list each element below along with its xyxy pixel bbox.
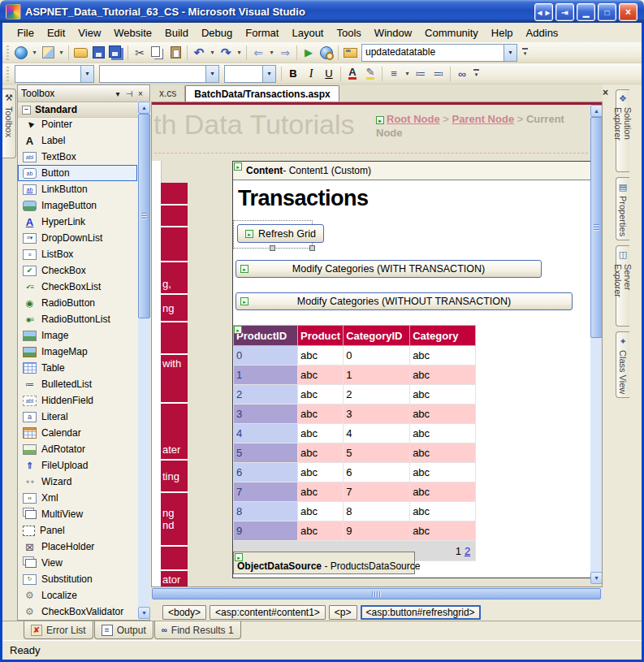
toolbox-item-hiddenfield[interactable]: ablHiddenField (18, 392, 137, 409)
nav-item[interactable]: ng nd (161, 493, 188, 547)
objectdatasource-control[interactable]: ▸ ObjectDataSource - ProductsDataSource (233, 552, 415, 574)
nav-item[interactable]: with (161, 355, 188, 404)
toolbox-item-table[interactable]: Table (18, 360, 137, 376)
view-in-browser-icon[interactable] (318, 44, 335, 62)
scrollbar-thumb[interactable] (590, 117, 603, 338)
scroll-down-icon[interactable]: ▼ (590, 572, 603, 584)
navigate-forward-icon[interactable]: ⇒ (276, 44, 294, 62)
navigate-backward-icon[interactable]: ⇐ (249, 44, 267, 62)
menu-debug[interactable]: Debug (195, 25, 239, 41)
tag-navigator-asp-button-refreshgrid[interactable]: <asp:button#refreshgrid> (361, 605, 481, 620)
nav-item[interactable]: ting (161, 461, 188, 493)
combo-dropdown-icon[interactable]: ▾ (205, 66, 218, 82)
alignment-icon[interactable]: ≡ (385, 65, 403, 83)
toolbox-item-checkboxvalidator[interactable]: ⚙CheckBoxValidator (18, 604, 137, 620)
italic-icon[interactable]: I (302, 65, 320, 83)
scrollbar-thumb[interactable] (138, 114, 150, 318)
grid-column-header[interactable]: CategoryID (344, 326, 410, 346)
toolbox-item-label[interactable]: ALabel (18, 132, 137, 149)
block-format-combo[interactable]: ▾ (15, 65, 94, 83)
breadcrumb-link[interactable]: Root Node (387, 113, 440, 125)
toolbar-overflow-icon[interactable]: ▾ (520, 44, 530, 62)
scrollbar-thumb[interactable] (152, 588, 601, 599)
numbered-list-icon[interactable]: ≕ (430, 65, 447, 83)
dropdown-arrow-icon[interactable]: ▾ (403, 65, 412, 83)
close-button[interactable]: × (619, 3, 638, 21)
menu-view[interactable]: View (71, 25, 107, 41)
grid-column-header[interactable]: Category (410, 326, 476, 346)
maximize-button[interactable]: □ (598, 3, 616, 21)
toolbox-scrollbar[interactable]: ▲ ▼ (138, 102, 150, 619)
nav-item[interactable] (161, 322, 188, 355)
toolbox-item-pointer[interactable]: ▶Pointer (18, 116, 137, 132)
menu-layout[interactable]: Layout (285, 25, 330, 41)
toolbox-item-localize[interactable]: ⚙Localize (18, 587, 137, 604)
toolbox-autohide-tab[interactable]: ⚒ Toolbox (2, 89, 16, 158)
toolbox-item-adrotator[interactable]: AdRotator (18, 441, 137, 457)
tab-properties[interactable]: ▤Properties (616, 177, 629, 240)
combo-dropdown-icon[interactable]: ▾ (262, 66, 275, 82)
toolbox-item-placeholder[interactable]: ⊠PlaceHolder (18, 539, 137, 555)
gridview-control[interactable]: ▸ ProductIDProductCategoryIDCategory 0ab… (233, 325, 476, 561)
dropdown-arrow-icon[interactable]: ▾ (30, 44, 39, 62)
font-name-combo[interactable]: ▾ (99, 65, 219, 83)
close-icon[interactable]: × (135, 89, 146, 98)
modify-without-transaction-button[interactable]: ▸ Modify Categories (WITHOUT TRANSACTION… (236, 292, 573, 310)
tag-navigator-body[interactable]: <body> (162, 605, 206, 620)
toolbox-item-checkbox[interactable]: ✔CheckBox (18, 262, 137, 279)
smart-tag-glyph-icon[interactable]: ▸ (376, 116, 384, 124)
design-vertical-scrollbar[interactable]: ▲ ▼ (590, 105, 603, 584)
toolbox-item-fileupload[interactable]: ⇑FileUpload (18, 457, 137, 474)
smart-tag-glyph-icon[interactable]: ▸ (234, 162, 242, 171)
menu-build[interactable]: Build (158, 25, 195, 41)
document-close-icon[interactable]: × (599, 87, 612, 99)
editor-tab-x-cs[interactable]: x.cs (151, 85, 185, 102)
smart-tag-glyph-icon[interactable]: ▸ (240, 297, 249, 305)
tag-navigator-asp-content-content1[interactable]: <asp:content#content1> (210, 605, 326, 620)
toolbox-item-panel[interactable]: Panel (18, 522, 137, 539)
modify-with-transaction-button[interactable]: ▸ Modify Categories (WITH TRANSACTION) (236, 260, 542, 278)
tab-find-results-1[interactable]: ∞Find Results 1 (154, 621, 241, 639)
refresh-grid-button[interactable]: ▸ Refresh Grid (237, 224, 324, 243)
menu-edit[interactable]: Edit (41, 25, 71, 41)
resize-handle[interactable] (309, 245, 315, 251)
toolbox-item-checkboxlist[interactable]: ✔≡CheckBoxList (18, 279, 137, 295)
design-horizontal-scrollbar[interactable] (151, 587, 603, 600)
toolbox-item-hyperlink[interactable]: AHyperLink (18, 214, 137, 230)
toolbar-overflow-icon[interactable]: ▾ (471, 65, 482, 83)
hyperlink-icon[interactable]: ∞ (453, 65, 471, 83)
title-bar[interactable]: ASPNET_Data_Tutorial_63_CS - Microsoft V… (0, 0, 644, 23)
scroll-down-icon[interactable]: ▼ (138, 607, 150, 619)
smart-tag-glyph-icon[interactable]: ▸ (245, 230, 253, 238)
save-all-icon[interactable] (107, 44, 125, 62)
font-color-icon[interactable]: A (344, 65, 361, 83)
design-surface[interactable]: th Data Tutorials ▸Root Node > Parent No… (151, 102, 603, 587)
chevron-down-icon[interactable]: ▾ (112, 89, 123, 98)
smart-tag-glyph-icon[interactable]: ▸ (240, 265, 249, 273)
nav-item[interactable] (161, 206, 188, 227)
grid-column-header[interactable]: Product (298, 326, 344, 346)
smart-tag-glyph-icon[interactable]: ▸ (234, 326, 242, 334)
font-size-combo[interactable]: ▾ (224, 65, 276, 83)
toolbox-item-literal[interactable]: aLiteral (18, 409, 137, 425)
paste-icon[interactable] (166, 44, 184, 62)
toolbox-item-button[interactable]: abButton (18, 165, 137, 181)
redo-icon[interactable]: ↷ (217, 44, 235, 62)
tab-output[interactable]: ≡Output (94, 621, 153, 639)
toolbox-item-textbox[interactable]: ablTextBox (18, 149, 137, 165)
toolbox-item-substitution[interactable]: ↻Substitution (18, 571, 137, 587)
nav-item[interactable]: ater (161, 404, 188, 461)
toolbox-item-dropdownlist[interactable]: ≡▾DropDownList (18, 230, 137, 246)
toolbox-item-image[interactable]: Image (18, 327, 137, 344)
tab-error-list[interactable]: ✘Error List (24, 621, 93, 639)
search-combo[interactable]: updatedatatable▾ (361, 44, 517, 62)
dropdown-arrow-icon[interactable]: ▾ (57, 44, 66, 62)
toolbox-item-view[interactable]: View (18, 555, 137, 571)
bold-icon[interactable]: B (284, 65, 302, 83)
toolbox-item-radiobutton[interactable]: ◉RadioButton (18, 295, 137, 311)
dock-arrows-button[interactable]: ◄► (534, 3, 553, 21)
toolbox-item-imagemap[interactable]: ImageMap (18, 344, 137, 360)
dropdown-arrow-icon[interactable]: ▾ (267, 44, 276, 62)
toolbox-item-multiview[interactable]: MultiView (18, 506, 137, 522)
copy-icon[interactable] (149, 44, 166, 62)
